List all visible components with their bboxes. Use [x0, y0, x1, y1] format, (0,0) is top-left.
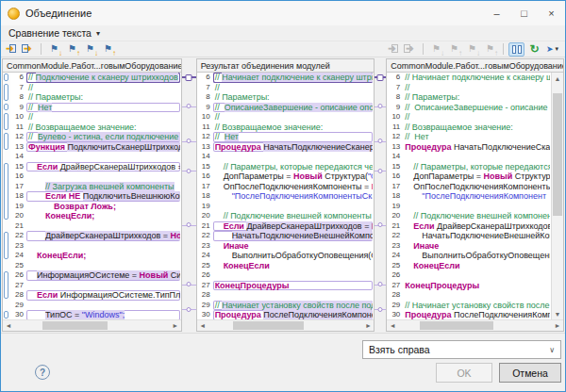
- code-line[interactable]: 23Иначе: [197, 241, 375, 252]
- right-panel-vscrollbar[interactable]: ▲ ▼: [551, 73, 563, 319]
- change-block-marker[interactable]: [4, 232, 8, 259]
- code-line[interactable]: 15// Параметры, которые передаются через: [197, 162, 375, 172]
- maximize-icon[interactable]: □: [510, 1, 538, 25]
- code-line[interactable]: 30Процедура ПослеПодключенияКомпоненты: [197, 310, 375, 319]
- ok-button[interactable]: OK: [436, 363, 492, 383]
- code-line[interactable]: 28: [197, 290, 375, 301]
- scroll-down-icon[interactable]: ▼: [552, 308, 563, 319]
- diff-connector-handle[interactable]: [186, 74, 192, 81]
- change-block-marker[interactable]: [4, 133, 8, 150]
- change-block-marker[interactable]: [4, 113, 8, 130]
- change-block-marker[interactable]: [4, 271, 8, 299]
- code-line[interactable]: 26ИнформацияОСистеме = Новый Систе: [10, 270, 181, 281]
- code-line[interactable]: 12// Нет: [197, 132, 375, 142]
- code-line[interactable]: 13Процедура НачатьПодключениеСкане: [387, 142, 551, 153]
- code-line[interactable]: 8// Параметры:: [197, 92, 375, 103]
- previous-unmerged-difference-icon[interactable]: ⚑↑: [100, 42, 116, 57]
- code-line[interactable]: 20КонецЕсли;: [10, 211, 181, 221]
- code-line[interactable]: 11// Возвращаемое значение:: [197, 122, 375, 133]
- code-line[interactable]: 9// Нет: [10, 103, 181, 113]
- code-line[interactable]: 19: [197, 202, 375, 212]
- code-line[interactable]: 24ВыполнитьОбработкуОповещения(ОпП: [197, 251, 375, 261]
- take-from-right-icon[interactable]: ➔: [20, 42, 36, 57]
- code-line[interactable]: 24КонецЕсли;: [10, 251, 181, 261]
- code-line[interactable]: 23: [10, 241, 181, 252]
- code-line[interactable]: 18"ПослеПодключенияКомпонентыСка: [197, 191, 375, 202]
- next-unmerged-difference-icon[interactable]: ⚑↓: [82, 42, 98, 57]
- change-block-marker[interactable]: [4, 104, 8, 111]
- diff-connector-handle[interactable]: [187, 104, 191, 108]
- code-line[interactable]: 17ОпПослеПодключенияКомпоненты: [387, 182, 551, 192]
- code-line[interactable]: 25: [10, 261, 181, 271]
- code-line[interactable]: 14: [197, 152, 375, 162]
- change-block-marker[interactable]: [4, 311, 8, 318]
- code-line[interactable]: 13Функция ПодключитьСканерШтрихкодов(: [10, 142, 181, 153]
- code-line[interactable]: 18"ПослеПодключенияКомпонент: [387, 191, 551, 202]
- code-line[interactable]: 27КонецПроцедуры: [387, 281, 551, 291]
- previous-unmerged-icon[interactable]: ⚑↑: [482, 42, 498, 57]
- code-line[interactable]: 10//: [10, 112, 181, 122]
- take-from-right-icon[interactable]: ➔: [402, 42, 418, 57]
- code-line[interactable]: 12// Нет: [387, 132, 551, 142]
- cancel-button[interactable]: Отмена: [499, 363, 561, 383]
- change-block-marker[interactable]: [4, 163, 8, 220]
- diff-connector-handle[interactable]: [187, 307, 191, 312]
- diff-connector-handle[interactable]: [378, 307, 383, 312]
- code-line[interactable]: 12// Булево - истина, если подключение п…: [10, 132, 181, 142]
- scroll-left-icon[interactable]: ◄: [197, 320, 208, 331]
- code-line[interactable]: 17// Загрузка внешней компоненты: [10, 182, 181, 192]
- code-line[interactable]: 15Если ДрайверСканераШтрихкодов = Нео: [10, 162, 181, 172]
- merge-mode-dropdown[interactable]: Взять справа ∨: [362, 340, 561, 359]
- code-line[interactable]: 24ВыполнитьОбработкуОповещени: [387, 251, 551, 261]
- code-line[interactable]: 27: [10, 281, 181, 291]
- next-difference-icon[interactable]: ⚑↓: [46, 42, 62, 57]
- take-from-left-icon[interactable]: ➔: [2, 42, 18, 57]
- next-unmerged-icon[interactable]: ⚑↓: [464, 42, 480, 57]
- code-line[interactable]: 22НачатьПодключениеВнешнейКомпонен: [197, 231, 375, 241]
- code-line[interactable]: 11// Возвращаемое значение:: [387, 122, 551, 133]
- change-block-marker[interactable]: [4, 84, 8, 101]
- code-line[interactable]: 30Процедура ПослеПодключенияКомпо: [387, 310, 551, 319]
- code-line[interactable]: 10//: [387, 112, 551, 122]
- code-line[interactable]: 22НачатьПодключениеВнешнейКом: [387, 231, 551, 241]
- previous-difference-icon[interactable]: ⚑↑: [64, 42, 80, 57]
- diff-connector-handle[interactable]: [378, 282, 383, 286]
- code-line[interactable]: 7//: [387, 83, 551, 93]
- previous-difference-icon[interactable]: ⚑↑: [446, 42, 462, 57]
- diff-connector-handle[interactable]: [378, 139, 383, 143]
- code-line[interactable]: 7//: [10, 83, 181, 93]
- code-line[interactable]: 14: [387, 152, 551, 162]
- code-line[interactable]: 25КонецЕсли: [197, 261, 375, 271]
- scroll-up-icon[interactable]: ▲: [552, 73, 563, 84]
- code-line[interactable]: 26: [197, 270, 375, 281]
- help-icon[interactable]: ?: [35, 365, 50, 380]
- hscroll-thumb[interactable]: [233, 321, 304, 330]
- code-line[interactable]: 9// ОписаниеЗавершение - описание оповещ: [197, 103, 375, 113]
- change-block-marker[interactable]: [4, 74, 8, 81]
- scroll-left-icon[interactable]: ◄: [3, 320, 14, 331]
- code-line[interactable]: 22ДрайверСканераШтрихкодов = Новый: [10, 231, 181, 241]
- refresh-icon[interactable]: ↻: [526, 42, 542, 57]
- code-line[interactable]: 8// Параметры:: [387, 92, 551, 103]
- hscroll-thumb[interactable]: [42, 321, 108, 330]
- next-difference-icon[interactable]: ⚑↓: [428, 42, 444, 57]
- code-line[interactable]: 19Возврат Ложь;: [10, 202, 181, 212]
- split-view-toggle-icon[interactable]: [508, 42, 524, 57]
- code-line[interactable]: 6// Подключение к сканеру штрихкодов: [10, 73, 181, 83]
- diff-connector-handle[interactable]: [378, 222, 383, 227]
- code-line[interactable]: 13Процедура НачатьПодключениеСканераШт: [197, 142, 375, 153]
- scroll-right-icon[interactable]: ►: [552, 320, 563, 331]
- code-line[interactable]: 10//: [197, 112, 375, 122]
- code-line[interactable]: 26: [387, 270, 551, 281]
- hscroll-thumb[interactable]: [420, 321, 493, 330]
- scroll-left-icon[interactable]: ◄: [387, 320, 398, 331]
- close-icon[interactable]: ×: [538, 1, 565, 25]
- code-line[interactable]: 29// Начинает установку свойств после п: [387, 301, 551, 311]
- goto-icon[interactable]: ➤▾: [544, 42, 560, 57]
- code-line[interactable]: 29: [10, 301, 181, 311]
- code-line[interactable]: 8// Параметры:: [10, 92, 181, 103]
- result-panel-hscrollbar[interactable]: ◄ ►: [197, 319, 375, 331]
- code-line[interactable]: 14: [10, 152, 181, 162]
- code-line[interactable]: 16: [10, 172, 181, 182]
- diff-connector-handle[interactable]: [187, 139, 191, 143]
